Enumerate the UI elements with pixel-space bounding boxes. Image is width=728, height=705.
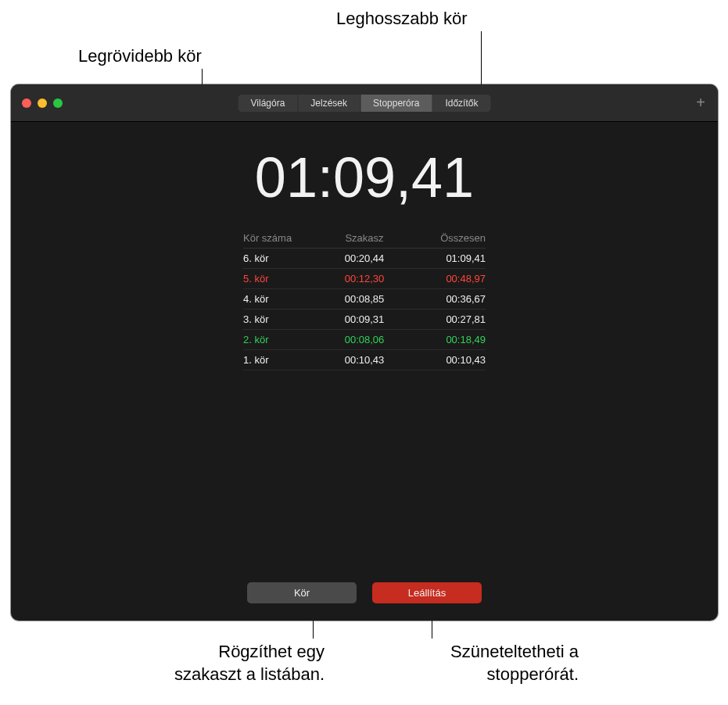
col-lap-number: Kör száma — [243, 232, 324, 244]
annotation-pause-stopwatch: Szüneteltetheti a stopperórát. — [360, 641, 579, 685]
stopwatch-buttons: Kör Leállítás — [247, 582, 482, 603]
clock-app-window: VilágóraJelzésekStopperóraIdőzítők + 01:… — [11, 84, 718, 621]
lap-row: 1. kör00:10,4300:10,43 — [243, 350, 486, 370]
add-button[interactable]: + — [696, 94, 705, 112]
lap-split: 00:08,85 — [324, 293, 404, 305]
lap-total: 00:10,43 — [405, 354, 486, 366]
tab-időzítők[interactable]: Időzítők — [432, 95, 490, 112]
timer-display: 01:09,41 — [255, 145, 474, 209]
lap-name: 3. kör — [243, 313, 324, 325]
lap-name: 5. kör — [243, 273, 324, 285]
annotation-shortest-lap: Legrövidebb kör — [78, 45, 202, 68]
stopwatch-content: 01:09,41 Kör száma Szakasz Összesen 6. k… — [11, 122, 718, 370]
annotation-longest-lap: Leghosszabb kör — [336, 8, 468, 30]
lap-split: 00:10,43 — [324, 354, 404, 366]
laps-table: Kör száma Szakasz Összesen 6. kör00:20,4… — [243, 228, 486, 370]
fullscreen-button[interactable] — [53, 98, 63, 108]
annotation-record-lap: Rögzíthet egy szakaszt a listában. — [106, 641, 325, 685]
lap-row: 5. kör00:12,3000:48,97 — [243, 269, 486, 289]
tab-stopperóra[interactable]: Stopperóra — [360, 95, 432, 112]
col-split: Szakasz — [324, 232, 404, 244]
main-tabs: VilágóraJelzésekStopperóraIdőzítők — [238, 95, 491, 112]
tab-világóra[interactable]: Világóra — [238, 95, 299, 112]
lap-row: 2. kör00:08,0600:18,49 — [243, 330, 486, 350]
tab-jelzések[interactable]: Jelzések — [298, 95, 360, 112]
lap-total: 01:09,41 — [405, 252, 486, 264]
lap-name: 4. kör — [243, 293, 324, 305]
lap-total: 00:27,81 — [405, 313, 486, 325]
stop-button[interactable]: Leállítás — [372, 582, 482, 603]
minimize-button[interactable] — [38, 98, 47, 108]
close-button[interactable] — [22, 98, 31, 108]
callout-line — [481, 31, 482, 86]
laps-header-row: Kör száma Szakasz Összesen — [243, 228, 486, 249]
lap-total: 00:18,49 — [405, 334, 486, 345]
titlebar: VilágóraJelzésekStopperóraIdőzítők + — [11, 84, 718, 122]
lap-row: 4. kör00:08,8500:36,67 — [243, 289, 486, 310]
lap-name: 6. kör — [243, 252, 324, 264]
lap-name: 2. kör — [243, 334, 324, 345]
lap-name: 1. kör — [243, 354, 324, 366]
lap-split: 00:09,31 — [324, 313, 404, 325]
lap-button[interactable]: Kör — [247, 582, 357, 603]
traffic-lights — [11, 98, 63, 108]
lap-split: 00:08,06 — [324, 334, 404, 345]
lap-row: 3. kör00:09,3100:27,81 — [243, 310, 486, 330]
lap-split: 00:12,30 — [324, 273, 404, 285]
lap-total: 00:36,67 — [405, 293, 486, 305]
lap-total: 00:48,97 — [405, 273, 486, 285]
lap-row: 6. kör00:20,4401:09,41 — [243, 249, 486, 269]
col-total: Összesen — [405, 232, 486, 244]
lap-split: 00:20,44 — [324, 252, 404, 264]
